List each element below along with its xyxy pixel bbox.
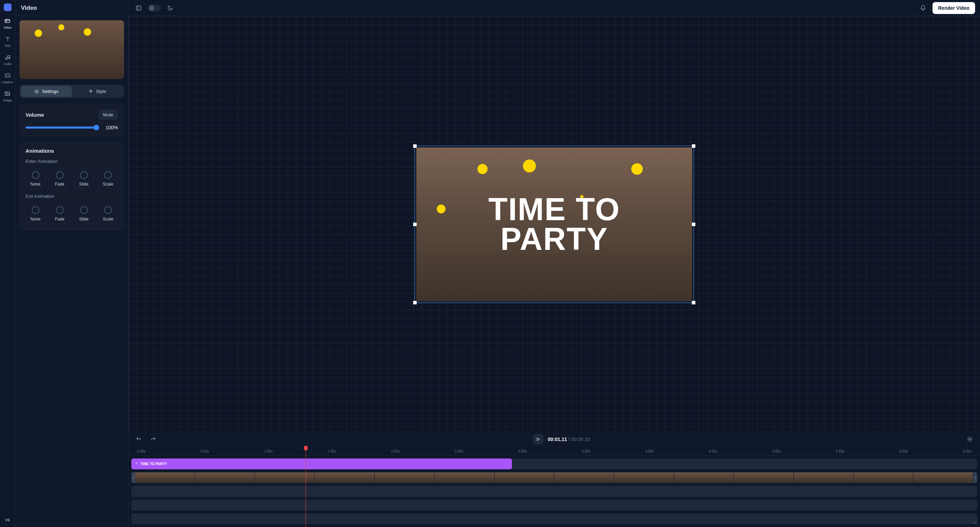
tab-settings[interactable]: Settings <box>21 86 72 97</box>
volume-card: Volume Mute 100% <box>19 104 124 136</box>
time-display: 00:01.11 / 00:06.20 <box>547 436 590 442</box>
anim-exit-none[interactable]: None <box>25 204 45 224</box>
ruler-tick: 2.00s <box>391 446 399 453</box>
topbar: Render Video <box>129 0 980 16</box>
main-area: Render Video TIME TO PARTY 00:01.11 / 0 <box>129 0 980 527</box>
tab-label: Settings <box>42 89 58 94</box>
frame-thumb <box>794 473 854 482</box>
audio-icon <box>4 54 11 61</box>
video-clip[interactable]: ∥ ∥ <box>131 472 977 483</box>
frame-thumb <box>315 473 374 482</box>
anim-enter-scale[interactable]: Scale <box>98 169 118 189</box>
animations-title: Animations <box>25 148 118 154</box>
resize-handle[interactable] <box>413 144 417 148</box>
svg-point-6 <box>36 91 38 92</box>
slider-knob[interactable] <box>94 125 99 130</box>
rail-label: Text <box>5 44 11 48</box>
rail-label: Video <box>3 26 11 29</box>
text-icon <box>135 462 138 466</box>
resize-handle[interactable] <box>692 301 695 304</box>
resize-handle[interactable] <box>413 301 417 304</box>
tab-label: Style <box>96 89 106 94</box>
undo-button[interactable] <box>134 434 144 444</box>
anim-enter-slide[interactable]: Slide <box>74 169 94 189</box>
rail-label: Audio <box>3 62 11 66</box>
track-video[interactable]: ∥ ∥ <box>131 472 977 483</box>
track-text[interactable]: TIME TO PARTY <box>131 458 977 470</box>
anim-enter-none[interactable]: None <box>25 169 45 189</box>
anim-enter-fade[interactable]: Fade <box>49 169 70 189</box>
rail-item-video[interactable]: Video <box>3 18 11 29</box>
frame-thumb <box>913 473 973 482</box>
mute-button[interactable]: Mute <box>98 110 118 120</box>
transport-bar: 00:01.11 / 00:06.20 <box>129 433 980 446</box>
frame-thumb <box>495 473 554 482</box>
rail-label: Caption <box>2 80 13 84</box>
moon-icon <box>165 3 175 13</box>
version-label: V6 <box>5 518 10 522</box>
ruler-tick: 1.00s <box>264 446 272 453</box>
settings-style-tabs: Settings Style <box>19 85 124 98</box>
anim-exit-slide[interactable]: Slide <box>74 204 94 224</box>
volume-value: 100% <box>103 125 118 130</box>
render-button[interactable]: Render Video <box>932 2 975 14</box>
ruler-tick: 6.50s <box>963 446 971 453</box>
bell-icon[interactable] <box>918 3 928 13</box>
redo-button[interactable] <box>148 434 159 444</box>
svg-rect-4 <box>5 92 10 96</box>
track-empty[interactable] <box>131 486 977 497</box>
caption-overlay[interactable]: TIME TO PARTY <box>416 147 692 301</box>
track-empty[interactable] <box>131 500 977 511</box>
gear-icon <box>34 89 39 94</box>
resize-handle[interactable] <box>692 144 695 148</box>
clip-right-grip[interactable]: ∥ <box>974 473 977 482</box>
ruler-tick: 1.50s <box>328 446 336 453</box>
text-clip[interactable]: TIME TO PARTY <box>131 458 512 470</box>
rail-item-caption[interactable]: Caption <box>2 72 13 84</box>
rail-item-image[interactable]: Image <box>3 90 12 102</box>
app-logo <box>4 3 11 11</box>
theme-toggle[interactable] <box>148 5 161 11</box>
clip-left-grip[interactable]: ∥ <box>132 473 135 482</box>
ruler-tick: 2.50s <box>455 446 463 453</box>
timeline: 0.00s0.50s1.00s1.50s2.00s2.50s3.00s3.50s… <box>129 446 980 527</box>
image-icon <box>4 90 11 97</box>
ruler-tick: 5.50s <box>836 446 844 453</box>
toggle-sidebar-button[interactable] <box>134 3 144 13</box>
enter-anim-label: Enter Animation <box>25 159 118 164</box>
volume-label: Volume <box>25 112 44 118</box>
frame-thumb <box>195 473 255 482</box>
animations-card: Animations Enter Animation None Fade Sli… <box>19 142 124 230</box>
volume-slider[interactable] <box>25 126 99 129</box>
rail-label: Image <box>3 99 12 102</box>
frame-thumb <box>135 473 195 482</box>
video-frame[interactable]: TIME TO PARTY <box>415 146 694 303</box>
anim-exit-fade[interactable]: Fade <box>49 204 70 224</box>
ruler-tick: 3.50s <box>582 446 590 453</box>
clip-thumbnail[interactable] <box>19 20 124 79</box>
ruler-tick: 4.00s <box>646 446 654 453</box>
rail-item-text[interactable]: Text <box>4 36 11 48</box>
settings-button[interactable] <box>965 434 975 444</box>
playhead[interactable] <box>305 446 306 527</box>
track-empty[interactable] <box>131 513 977 524</box>
tab-style[interactable]: Style <box>72 86 123 97</box>
resize-handle[interactable] <box>413 223 417 226</box>
canvas-area[interactable]: TIME TO PARTY <box>129 16 980 433</box>
anim-exit-scale[interactable]: Scale <box>98 204 118 224</box>
text-icon <box>4 36 11 43</box>
time-duration: 00:06.20 <box>571 436 590 442</box>
text-clip-label: TIME TO PARTY <box>140 462 167 466</box>
play-button[interactable] <box>533 434 543 444</box>
frame-thumb <box>674 473 734 482</box>
svg-rect-7 <box>136 6 141 10</box>
caption-icon <box>4 72 11 79</box>
ruler[interactable]: 0.00s0.50s1.00s1.50s2.00s2.50s3.00s3.50s… <box>129 446 980 456</box>
ruler-tick: 5.00s <box>772 446 781 453</box>
frame-thumb <box>375 473 434 482</box>
resize-handle[interactable] <box>692 223 695 226</box>
rail-item-audio[interactable]: Audio <box>3 54 11 66</box>
sparkle-icon <box>88 89 93 94</box>
frame-thumb <box>854 473 913 482</box>
ruler-tick: 0.00s <box>137 446 145 453</box>
